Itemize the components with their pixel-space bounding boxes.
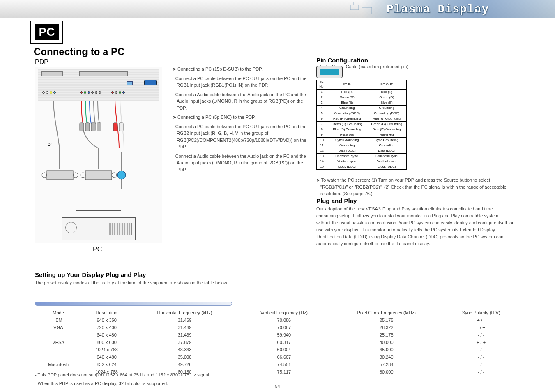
svg-point-15	[117, 171, 126, 179]
mode-cell: 30.240	[330, 353, 442, 361]
pin-cell: Reserved	[367, 132, 407, 138]
mode-cell: 640 x 350	[82, 316, 131, 324]
pin-cell: 7	[317, 122, 327, 127]
mode-row: IBM640 x 35031.46970.08625.175+ / -	[35, 316, 520, 324]
pin-cell: 8	[317, 127, 327, 132]
svg-rect-9	[47, 171, 73, 180]
modes-hdr: Horizontal Frequency (kHz)	[131, 309, 237, 316]
svg-rect-5	[91, 123, 95, 131]
pin-row: 2Green (G)Green (G)	[317, 95, 407, 100]
pc-badge-text: PC	[35, 24, 59, 40]
header-accent: Plasma Display	[362, 0, 555, 18]
pin-cell: Reserved	[327, 132, 367, 138]
pin-cell: Grounding	[327, 143, 367, 148]
connection-diagram	[35, 67, 162, 243]
page-number: 54	[275, 384, 280, 389]
dsub-icon	[316, 66, 343, 78]
note-line: - Connect a PC cable between the PC OUT …	[173, 123, 312, 150]
mode-cell: - / -	[442, 346, 520, 353]
mode-cell: 25.175	[330, 331, 442, 339]
pc-label-under: PC	[93, 246, 102, 253]
modes-intro: The preset display modes at the factory …	[35, 279, 232, 286]
pin-cell: 6	[317, 116, 327, 122]
pin-cell: Data (DDC)	[327, 148, 367, 154]
pin-hdr: PC OUT	[367, 80, 407, 90]
modes-hdr: Pixel Clock Frequency (MHz)	[330, 309, 442, 316]
mode-cell	[35, 353, 82, 361]
pin-row: 4GroundingGrounding	[317, 106, 407, 111]
bracket-icon	[76, 206, 121, 211]
svg-rect-6	[97, 123, 101, 131]
pin-cell: Sync Grounding	[367, 138, 407, 143]
pin-row: 3Blue (B)Blue (B)	[317, 100, 407, 106]
note-line: - Connect a PC cable between the PC OUT …	[173, 75, 312, 89]
mode-cell: VGA	[35, 324, 82, 331]
mode-cell: 57.284	[330, 361, 442, 368]
pin-cell: Vertical sync.	[367, 159, 407, 164]
section-title: Connecting to a PC	[34, 46, 124, 58]
mode-row: VGA720 x 40031.46970.08728.322- / +	[35, 324, 520, 331]
pin-cell: Grounding (DDC)	[367, 111, 407, 116]
pin-row: 9ReservedReserved	[317, 132, 407, 138]
mode-cell	[35, 346, 82, 353]
svg-point-11	[73, 173, 78, 178]
pin-cell: Grounding	[327, 106, 367, 111]
pin-cell: Blue (B)	[367, 100, 407, 106]
mode-cell: 720 x 400	[82, 324, 131, 331]
cable-svg	[37, 99, 160, 206]
pin-cell: Sync Grounding	[327, 138, 367, 143]
modes-table: Mode Resolution Horizontal Frequency (kH…	[35, 309, 520, 376]
pin-cell: 9	[317, 132, 327, 138]
mode-cell: 25.175	[330, 316, 442, 324]
pin-cell: Red (R) Grounding	[367, 116, 407, 122]
pin-cell: Clock (DDC)	[327, 164, 367, 170]
mode-cell: 48.363	[131, 346, 237, 353]
pin-hdr: PC IN	[327, 80, 367, 90]
pin-cell: Green (G)	[367, 95, 407, 100]
mode-cell: 640 x 480	[82, 353, 131, 361]
mode-cell: Macintosh	[35, 361, 82, 368]
pin-cell: 5	[317, 111, 327, 116]
mode-cell: 832 x 624	[82, 361, 131, 368]
mode-row: 1024 x 76848.36360.00465.000- / -	[35, 346, 520, 353]
svg-rect-1	[362, 7, 372, 14]
pin-cell: Grounding (DDC)	[327, 111, 367, 116]
or-label: or	[48, 141, 52, 147]
pin-row: 14Vertical sync.Vertical sync.	[317, 159, 407, 164]
mode-cell: 74.551	[238, 361, 331, 368]
note-line: ➤ Connecting a PC (5p BNC) to the PDP.	[173, 114, 312, 121]
svg-rect-8	[119, 123, 123, 131]
mode-row: 640 x 48035.00066.66730.240- / -	[35, 353, 520, 361]
mode-cell: 60.317	[238, 339, 331, 346]
mode-cell: 40.000	[330, 339, 442, 346]
svg-point-14	[112, 173, 117, 178]
pin-hdr: Pin No.	[317, 80, 327, 90]
mode-cell: 800 x 600	[82, 339, 131, 346]
modes-hdr: Vertical Frequency (Hz)	[238, 309, 331, 316]
pdp-rear-panel	[38, 69, 159, 101]
modes-title: Setting up Your Display Plug and Play	[35, 271, 146, 278]
mode-cell: 70.086	[238, 316, 331, 324]
mode-cell: - / +	[442, 324, 520, 331]
pin-cell: Red (R)	[327, 90, 367, 95]
mode-cell: - / -	[442, 353, 520, 361]
mode-cell: 65.000	[330, 346, 442, 353]
svg-rect-7	[113, 123, 117, 131]
svg-point-13	[81, 173, 85, 178]
pin-cell: 15	[317, 164, 327, 170]
pin-cell: 4	[317, 106, 327, 111]
pin-cell: Horizontal sync.	[367, 154, 407, 159]
mode-cell: 31.469	[131, 331, 237, 339]
pin-cell: Clock (DDC)	[367, 164, 407, 170]
pin-cell: 10	[317, 138, 327, 143]
pin-cell: Grounding	[367, 106, 407, 111]
note-line: ➤ To watch the PC screen: (1) Turn on yo…	[316, 177, 514, 197]
mode-cell: 70.087	[238, 324, 331, 331]
mode-cell: 60.004	[238, 346, 331, 353]
pin-cell: Blue (B) Grounding	[367, 127, 407, 132]
mode-cell	[35, 331, 82, 339]
pin-config-title: Pin Configuration	[316, 57, 368, 64]
plugplay-body: Our adoption of the new VESA® Plug and P…	[316, 205, 514, 247]
mode-cell: 49.726	[131, 361, 237, 368]
pin-row: 12Data (DDC)Data (DDC)	[317, 148, 407, 154]
